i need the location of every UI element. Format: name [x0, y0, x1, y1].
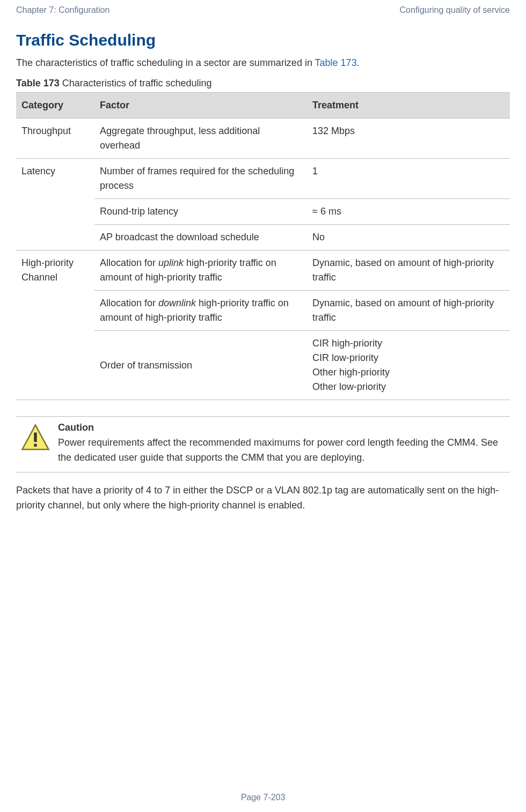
cell-treatment: 132 Mbps — [307, 119, 510, 159]
cell-factor: Allocation for uplink high-priority traf… — [94, 250, 307, 291]
cell-category: Throughput — [16, 119, 94, 159]
svg-rect-1 — [34, 433, 36, 442]
treatment-line: Other low-priority — [312, 380, 505, 394]
page-footer: Page 7-203 — [0, 793, 526, 802]
page-header: Chapter 7: Configuration Configuring qua… — [16, 5, 510, 15]
text-em: downlink — [158, 298, 196, 308]
col-factor: Factor — [94, 93, 307, 119]
treatment-line: Other high-priority — [312, 365, 505, 380]
header-left: Chapter 7: Configuration — [16, 5, 109, 15]
caution-body: Power requirements affect the recommende… — [58, 435, 506, 466]
table-row: Throughput Aggregate throughput, less ad… — [16, 119, 510, 159]
text-em: uplink — [158, 257, 184, 268]
caution-title: Caution — [58, 422, 506, 433]
intro-text: The characteristics of traffic schedulin… — [16, 57, 315, 68]
cell-category: Latency — [16, 159, 94, 250]
caution-icon — [20, 422, 50, 466]
cell-category: High-priority Channel — [16, 250, 94, 400]
caution-callout: Caution Power requirements affect the re… — [16, 416, 510, 473]
table-caption-number: Table 173 — [16, 78, 60, 88]
table-caption: Table 173 Characteristics of traffic sch… — [16, 78, 510, 89]
cell-treatment: 1 — [307, 159, 510, 199]
page-title: Traffic Scheduling — [16, 31, 510, 49]
cell-factor: Number of frames required for the schedu… — [94, 159, 307, 199]
text: Allocation for — [100, 257, 158, 268]
cell-factor: Aggregate throughput, less additional ov… — [94, 119, 307, 159]
table-row: Latency Number of frames required for th… — [16, 159, 510, 199]
intro-paragraph: The characteristics of traffic schedulin… — [16, 56, 510, 70]
header-right: Configuring quality of service — [400, 5, 510, 15]
cell-treatment: CIR high-priority CIR low-priority Other… — [307, 331, 510, 400]
cell-factor: Allocation for downlink high-priority tr… — [94, 291, 307, 331]
cell-treatment: Dynamic, based on amount of high-priorit… — [307, 291, 510, 331]
table-header-row: Category Factor Treatment — [16, 93, 510, 119]
table-ref-link[interactable]: Table 173 — [315, 57, 357, 68]
col-category: Category — [16, 93, 94, 119]
svg-rect-2 — [34, 444, 36, 447]
body-paragraph: Packets that have a priority of 4 to 7 i… — [16, 483, 510, 513]
cell-treatment: No — [307, 225, 510, 250]
traffic-scheduling-table: Category Factor Treatment Throughput Agg… — [16, 92, 510, 400]
cell-factor: AP broadcast the download schedule — [94, 225, 307, 250]
treatment-line: CIR low-priority — [312, 351, 505, 365]
cell-treatment: ≈ 6 ms — [307, 199, 510, 225]
text: Allocation for — [100, 298, 158, 308]
caution-content: Caution Power requirements affect the re… — [58, 422, 506, 466]
intro-text-after: . — [357, 57, 360, 68]
cell-factor: Order of transmission — [94, 331, 307, 400]
treatment-line: CIR high-priority — [312, 336, 505, 351]
cell-treatment: Dynamic, based on amount of high-priorit… — [307, 250, 510, 291]
cell-factor: Round-trip latency — [94, 199, 307, 225]
col-treatment: Treatment — [307, 93, 510, 119]
table-caption-text: Characteristics of traffic scheduling — [60, 78, 212, 88]
table-row: High-priority Channel Allocation for upl… — [16, 250, 510, 291]
